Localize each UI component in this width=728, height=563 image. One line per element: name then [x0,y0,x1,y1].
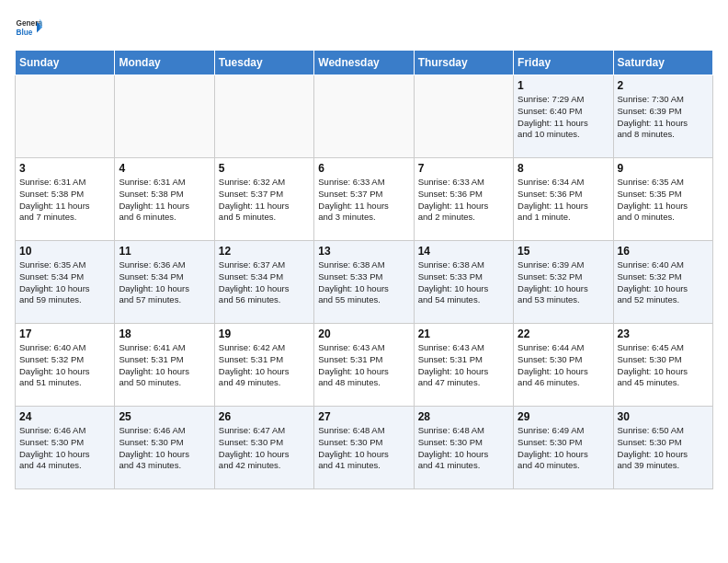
calendar-cell: 17Sunrise: 6:40 AM Sunset: 5:32 PM Dayli… [16,324,115,407]
calendar-cell: 28Sunrise: 6:48 AM Sunset: 5:30 PM Dayli… [414,407,513,489]
calendar-cell: 12Sunrise: 6:37 AM Sunset: 5:34 PM Dayli… [214,241,313,324]
day-number: 13 [318,245,409,258]
calendar-cell: 21Sunrise: 6:43 AM Sunset: 5:31 PM Dayli… [414,324,513,407]
weekday-header-row: SundayMondayTuesdayWednesdayThursdayFrid… [16,51,713,75]
day-number: 1 [518,79,609,92]
day-detail: Sunrise: 6:35 AM Sunset: 5:34 PM Dayligh… [19,259,110,306]
weekday-label: Wednesday [314,51,414,75]
day-number: 6 [318,162,409,175]
day-detail: Sunrise: 6:38 AM Sunset: 5:33 PM Dayligh… [418,259,509,306]
day-detail: Sunrise: 6:46 AM Sunset: 5:30 PM Dayligh… [119,425,210,472]
day-detail: Sunrise: 6:35 AM Sunset: 5:35 PM Dayligh… [618,177,709,224]
day-number: 18 [119,327,210,340]
calendar-cell [16,75,115,158]
calendar-cell: 13Sunrise: 6:38 AM Sunset: 5:33 PM Dayli… [314,241,414,324]
day-number: 16 [618,245,709,258]
day-detail: Sunrise: 6:40 AM Sunset: 5:32 PM Dayligh… [618,259,709,306]
day-number: 3 [19,162,110,175]
calendar-week-row: 17Sunrise: 6:40 AM Sunset: 5:32 PM Dayli… [16,324,713,407]
day-detail: Sunrise: 6:38 AM Sunset: 5:33 PM Dayligh… [318,259,409,306]
logo: General Blue [15,15,42,42]
day-detail: Sunrise: 6:43 AM Sunset: 5:31 PM Dayligh… [418,342,509,389]
day-number: 8 [518,162,609,175]
day-number: 17 [19,327,110,340]
calendar-cell: 2Sunrise: 7:30 AM Sunset: 6:39 PM Daylig… [613,75,712,158]
day-detail: Sunrise: 6:47 AM Sunset: 5:30 PM Dayligh… [219,425,310,472]
weekday-label: Monday [115,51,214,75]
header: General Blue [15,15,713,42]
day-number: 22 [518,327,609,340]
calendar-cell: 10Sunrise: 6:35 AM Sunset: 5:34 PM Dayli… [16,241,115,324]
day-detail: Sunrise: 6:42 AM Sunset: 5:31 PM Dayligh… [219,342,310,389]
calendar-cell: 25Sunrise: 6:46 AM Sunset: 5:30 PM Dayli… [115,407,214,489]
day-detail: Sunrise: 7:30 AM Sunset: 6:39 PM Dayligh… [618,94,709,141]
day-number: 10 [19,245,110,258]
calendar-cell: 14Sunrise: 6:38 AM Sunset: 5:33 PM Dayli… [414,241,513,324]
svg-text:Blue: Blue [17,29,33,37]
day-detail: Sunrise: 6:39 AM Sunset: 5:32 PM Dayligh… [518,259,609,306]
day-number: 12 [219,245,310,258]
day-number: 27 [318,410,409,423]
day-number: 14 [418,245,509,258]
calendar-cell: 15Sunrise: 6:39 AM Sunset: 5:32 PM Dayli… [514,241,613,324]
calendar-cell: 30Sunrise: 6:50 AM Sunset: 5:30 PM Dayli… [613,407,712,489]
day-detail: Sunrise: 6:33 AM Sunset: 5:37 PM Dayligh… [318,177,409,224]
day-detail: Sunrise: 6:49 AM Sunset: 5:30 PM Dayligh… [518,425,609,472]
day-number: 9 [618,162,709,175]
calendar-cell: 24Sunrise: 6:46 AM Sunset: 5:30 PM Dayli… [16,407,115,489]
calendar-cell: 9Sunrise: 6:35 AM Sunset: 5:35 PM Daylig… [613,158,712,241]
calendar-cell: 26Sunrise: 6:47 AM Sunset: 5:30 PM Dayli… [214,407,313,489]
day-number: 4 [119,162,210,175]
day-detail: Sunrise: 6:48 AM Sunset: 5:30 PM Dayligh… [318,425,409,472]
day-number: 20 [318,327,409,340]
weekday-label: Saturday [613,51,712,75]
calendar: SundayMondayTuesdayWednesdayThursdayFrid… [15,50,713,489]
calendar-week-row: 24Sunrise: 6:46 AM Sunset: 5:30 PM Dayli… [16,407,713,489]
day-number: 29 [518,410,609,423]
day-number: 19 [219,327,310,340]
calendar-week-row: 10Sunrise: 6:35 AM Sunset: 5:34 PM Dayli… [16,241,713,324]
day-number: 11 [119,245,210,258]
day-detail: Sunrise: 6:48 AM Sunset: 5:30 PM Dayligh… [418,425,509,472]
day-detail: Sunrise: 6:50 AM Sunset: 5:30 PM Dayligh… [618,425,709,472]
day-number: 15 [518,245,609,258]
day-detail: Sunrise: 6:36 AM Sunset: 5:34 PM Dayligh… [119,259,210,306]
day-detail: Sunrise: 6:37 AM Sunset: 5:34 PM Dayligh… [219,259,310,306]
day-number: 30 [618,410,709,423]
calendar-cell: 22Sunrise: 6:44 AM Sunset: 5:30 PM Dayli… [514,324,613,407]
logo-icon: General Blue [15,15,42,42]
day-detail: Sunrise: 6:41 AM Sunset: 5:31 PM Dayligh… [119,342,210,389]
day-number: 26 [219,410,310,423]
calendar-cell: 4Sunrise: 6:31 AM Sunset: 5:38 PM Daylig… [115,158,214,241]
calendar-cell [115,75,214,158]
calendar-week-row: 3Sunrise: 6:31 AM Sunset: 5:38 PM Daylig… [16,158,713,241]
day-detail: Sunrise: 6:31 AM Sunset: 5:38 PM Dayligh… [19,177,110,224]
calendar-cell: 23Sunrise: 6:45 AM Sunset: 5:30 PM Dayli… [613,324,712,407]
day-detail: Sunrise: 7:29 AM Sunset: 6:40 PM Dayligh… [518,94,609,141]
day-detail: Sunrise: 6:46 AM Sunset: 5:30 PM Dayligh… [19,425,110,472]
calendar-cell: 19Sunrise: 6:42 AM Sunset: 5:31 PM Dayli… [214,324,313,407]
calendar-cell: 5Sunrise: 6:32 AM Sunset: 5:37 PM Daylig… [214,158,313,241]
calendar-cell [214,75,313,158]
day-detail: Sunrise: 6:43 AM Sunset: 5:31 PM Dayligh… [318,342,409,389]
weekday-label: Friday [514,51,613,75]
day-number: 25 [119,410,210,423]
calendar-cell: 20Sunrise: 6:43 AM Sunset: 5:31 PM Dayli… [314,324,414,407]
calendar-cell: 7Sunrise: 6:33 AM Sunset: 5:36 PM Daylig… [414,158,513,241]
day-detail: Sunrise: 6:33 AM Sunset: 5:36 PM Dayligh… [418,177,509,224]
day-number: 21 [418,327,509,340]
calendar-cell: 6Sunrise: 6:33 AM Sunset: 5:37 PM Daylig… [314,158,414,241]
weekday-label: Thursday [414,51,513,75]
calendar-cell: 8Sunrise: 6:34 AM Sunset: 5:36 PM Daylig… [514,158,613,241]
day-detail: Sunrise: 6:34 AM Sunset: 5:36 PM Dayligh… [518,177,609,224]
day-number: 7 [418,162,509,175]
day-detail: Sunrise: 6:44 AM Sunset: 5:30 PM Dayligh… [518,342,609,389]
calendar-cell: 27Sunrise: 6:48 AM Sunset: 5:30 PM Dayli… [314,407,414,489]
calendar-week-row: 1Sunrise: 7:29 AM Sunset: 6:40 PM Daylig… [16,75,713,158]
day-detail: Sunrise: 6:45 AM Sunset: 5:30 PM Dayligh… [618,342,709,389]
day-number: 23 [618,327,709,340]
day-number: 2 [618,79,709,92]
day-number: 24 [19,410,110,423]
calendar-cell [314,75,414,158]
calendar-cell: 29Sunrise: 6:49 AM Sunset: 5:30 PM Dayli… [514,407,613,489]
